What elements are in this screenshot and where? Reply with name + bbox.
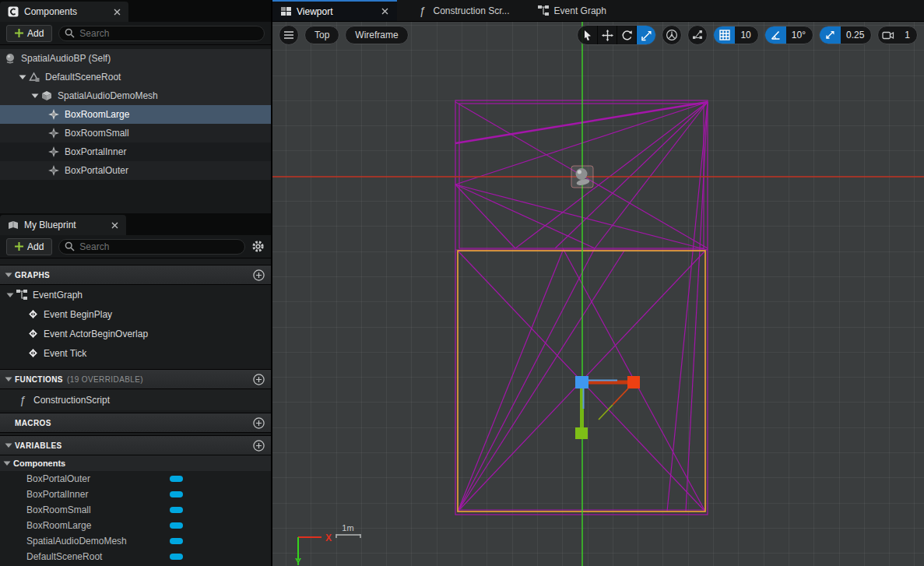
event-item-tick[interactable]: Event Tick: [0, 343, 271, 363]
section-header-functions[interactable]: FUNCTIONS (19 OVERRIDABLE): [0, 369, 271, 389]
tab-viewport[interactable]: Viewport: [272, 0, 397, 21]
tree-item-boxroomsmall[interactable]: BoxRoomSmall: [0, 124, 271, 142]
add-component-button[interactable]: Add: [6, 25, 52, 42]
functions-header-note: (19 OVERRIDABLE): [67, 375, 143, 384]
viewport-panel: Viewport ƒ Construction Scr... Event Gra…: [272, 0, 924, 566]
scale-snap-value[interactable]: 0.25: [841, 26, 871, 44]
scale-tool-button[interactable]: [636, 26, 655, 44]
tree-item-defaultsceneroot[interactable]: DefaultSceneRoot: [0, 68, 271, 86]
expander-arrow-icon[interactable]: [31, 92, 39, 100]
variable-item-boxportalinner[interactable]: BoxPortalInner: [0, 487, 271, 502]
viewport-toolbar: Top Wireframe: [279, 25, 918, 45]
tab-components[interactable]: Components: [0, 2, 128, 22]
tab-event-graph[interactable]: Event Graph: [529, 0, 615, 21]
grid-snap-control[interactable]: 10: [713, 26, 758, 44]
tree-item-boxroomlarge[interactable]: BoxRoomLarge: [0, 105, 271, 124]
expander-arrow-icon[interactable]: [5, 375, 12, 383]
variables-category-components[interactable]: Components: [0, 455, 271, 471]
expander-arrow-icon[interactable]: [5, 271, 12, 279]
tree-item-boxportalouter[interactable]: BoxPortalOuter: [0, 161, 271, 180]
scale-gizmo[interactable]: [575, 376, 640, 439]
expander-arrow-icon[interactable]: [6, 291, 14, 299]
gizmo-x-handle[interactable]: [627, 376, 640, 388]
blueprint-book-icon: [8, 220, 19, 230]
rotation-snap-toggle[interactable]: [765, 26, 786, 44]
variable-type-pill: [170, 507, 183, 513]
variable-label: DefaultSceneRoot: [26, 551, 102, 562]
section-header-graphs[interactable]: GRAPHS: [0, 265, 271, 285]
event-item-beginplay[interactable]: Event BeginPlay: [0, 304, 271, 324]
close-icon[interactable]: [114, 9, 121, 16]
function-icon: ƒ: [17, 394, 28, 406]
section-header-variables[interactable]: VARIABLES: [0, 435, 271, 455]
expander-arrow-icon[interactable]: [19, 73, 26, 81]
variable-type-pill: [170, 476, 183, 482]
close-icon[interactable]: [381, 8, 388, 15]
rotate-tool-button[interactable]: [617, 26, 636, 44]
variable-item-defaultsceneroot[interactable]: DefaultSceneRoot: [0, 549, 271, 564]
grid-snap-toggle[interactable]: [714, 26, 735, 44]
event-node-icon: [28, 309, 38, 319]
my-blueprint-search-input[interactable]: [58, 239, 245, 255]
tab-my-blueprint[interactable]: My Blueprint: [0, 215, 126, 235]
box-component-icon: [48, 165, 59, 176]
add-function-icon[interactable]: [253, 374, 265, 385]
render-mode-button[interactable]: Wireframe: [345, 26, 408, 44]
add-blueprint-item-button[interactable]: Add: [6, 238, 52, 255]
expander-arrow-icon[interactable]: [5, 441, 12, 449]
camera-speed-toggle[interactable]: [878, 26, 899, 44]
surface-snapping-button[interactable]: [687, 25, 708, 45]
add-variable-icon[interactable]: [253, 440, 265, 452]
graph-item-eventgraph[interactable]: EventGraph: [0, 285, 271, 304]
rotation-snap-control[interactable]: 10°: [764, 26, 813, 44]
scene-root-sprite[interactable]: [571, 166, 593, 188]
expander-arrow-icon[interactable]: [3, 459, 11, 467]
close-icon[interactable]: [111, 222, 118, 229]
camera-speed-value[interactable]: 1: [899, 26, 917, 44]
select-tool-button[interactable]: [578, 26, 597, 44]
move-icon: [602, 30, 613, 41]
gear-icon[interactable]: [251, 240, 265, 253]
viewport-scene: 1m X Y: [272, 22, 924, 566]
gizmo-y-handle[interactable]: [575, 427, 588, 439]
scale-snap-toggle[interactable]: [820, 26, 841, 44]
grid-snap-value[interactable]: 10: [735, 26, 757, 44]
viewport-toolbar-left: Top Wireframe: [279, 25, 409, 45]
add-graph-icon[interactable]: [253, 269, 265, 281]
viewport-toolbar-right: 10 10°: [577, 25, 918, 45]
event-item-actorbeginoverlap[interactable]: Event ActorBeginOverlap: [0, 324, 271, 343]
coordinate-space-button[interactable]: [662, 25, 682, 45]
tree-item-boxportalinner[interactable]: BoxPortalInner: [0, 142, 271, 161]
variable-item-boxroomsmall[interactable]: BoxRoomSmall: [0, 502, 271, 518]
tree-item-label: BoxPortalOuter: [65, 165, 128, 176]
viewport-icon: [281, 7, 291, 16]
viewport-tab-label: Viewport: [297, 6, 332, 17]
variable-type-pill: [170, 554, 183, 560]
camera-speed-control[interactable]: 1: [877, 26, 918, 44]
gizmo-center-handle[interactable]: [575, 376, 588, 388]
tree-item-spatialaudiodemomesh[interactable]: SpatialAudioDemoMesh: [0, 86, 271, 105]
move-tool-button[interactable]: [597, 26, 617, 44]
variable-item-spatialaudiodemomesh[interactable]: SpatialAudioDemoMesh: [0, 533, 271, 549]
my-blueprint-search: [58, 239, 245, 255]
tree-item-label: SpatialAudioDemoMesh: [58, 90, 158, 101]
view-mode-button[interactable]: Top: [304, 26, 339, 44]
my-blueprint-tabstrip: My Blueprint: [0, 213, 271, 235]
rotate-icon: [621, 30, 633, 41]
components-search-input[interactable]: [58, 26, 265, 41]
my-blueprint-tab-label: My Blueprint: [24, 220, 76, 230]
tab-construction-script[interactable]: ƒ Construction Scr...: [408, 0, 518, 21]
function-item-constructionscript[interactable]: ƒ ConstructionScript: [0, 389, 271, 410]
plus-icon: [15, 29, 23, 37]
add-macro-icon[interactable]: [253, 417, 265, 429]
viewport-options-button[interactable]: [279, 25, 299, 45]
scale-snap-control[interactable]: 0.25: [819, 26, 872, 44]
variable-item-boxportalouter[interactable]: BoxPortalOuter: [0, 471, 271, 487]
viewport-canvas[interactable]: 1m X Y Top: [272, 22, 924, 566]
snapping-icon: [691, 29, 704, 41]
variable-item-boxroomlarge[interactable]: BoxRoomLarge: [0, 518, 271, 533]
macros-header-label: MACROS: [15, 419, 51, 427]
rotation-snap-value[interactable]: 10°: [786, 26, 813, 44]
section-header-macros[interactable]: MACROS: [0, 413, 271, 433]
tree-item-spatialaudiobp-self[interactable]: SpatialAudioBP (Self): [0, 49, 271, 68]
